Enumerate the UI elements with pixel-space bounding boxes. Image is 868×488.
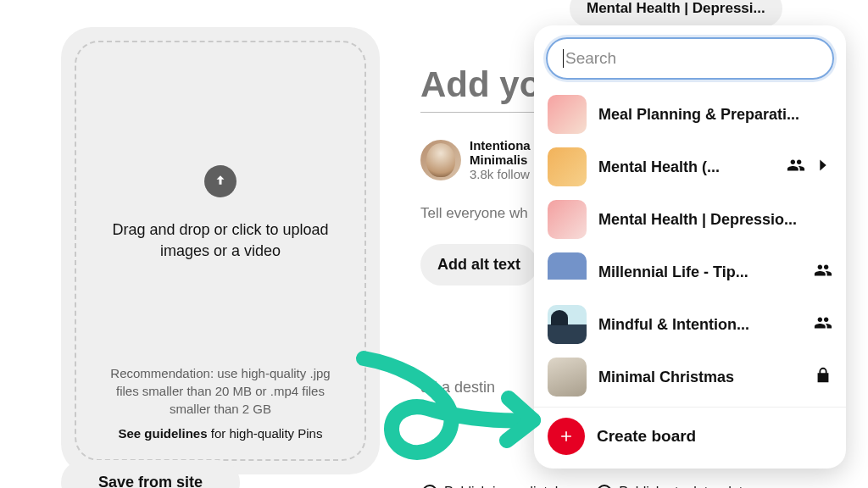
publish-now-label: Publish immediately <box>444 485 565 488</box>
board-item[interactable]: Millennial Life - Tip... <box>541 246 839 298</box>
board-search-input[interactable] <box>565 49 817 68</box>
follower-count: 3.8k follow <box>470 167 531 181</box>
board-label: Mental Health (... <box>598 158 780 176</box>
upload-area[interactable]: Drag and drop or click to upload images … <box>61 27 380 474</box>
profile-name: Intentiona <box>470 138 531 152</box>
upload-prompt-text: Drag and drop or click to upload images … <box>102 219 339 262</box>
radio-checked-icon <box>422 485 437 488</box>
publish-later-label: Publish at a later date <box>619 485 750 488</box>
chevron-right-icon <box>814 156 832 178</box>
publish-immediately-radio[interactable]: Publish immediately <box>422 485 565 488</box>
board-picker-popover: Meal Planning & Preparati... Mental Heal… <box>534 25 846 469</box>
lock-icon <box>814 366 832 388</box>
text-caret <box>563 49 564 68</box>
board-thumbnail <box>548 252 587 291</box>
add-alt-text-button[interactable]: Add alt text <box>420 244 537 286</box>
board-thumbnail <box>548 147 587 186</box>
upload-dropzone[interactable]: Drag and drop or click to upload images … <box>75 41 366 461</box>
group-icon <box>814 313 832 336</box>
board-label: Millennial Life - Tip... <box>598 263 807 281</box>
radio-unchecked-icon <box>597 485 612 488</box>
board-list: Meal Planning & Preparati... Mental Heal… <box>534 86 846 407</box>
group-icon <box>814 261 832 283</box>
board-item[interactable]: Minimal Christmas <box>541 351 839 403</box>
board-label: Mental Health | Depressio... <box>598 211 832 229</box>
create-board-label: Create board <box>597 427 696 446</box>
upload-arrow-icon <box>204 165 236 197</box>
board-item[interactable]: Mindful & Intention... <box>541 298 839 351</box>
board-thumbnail <box>548 95 587 134</box>
upload-recommendation-text: Recommendation: use high-quality .jpg fi… <box>102 364 339 418</box>
publish-later-radio[interactable]: Publish at a later date <box>597 485 750 488</box>
guidelines-link-rest: for high-quality Pins <box>208 426 323 441</box>
board-item[interactable]: Mental Health (... <box>541 141 839 193</box>
board-thumbnail <box>548 358 587 396</box>
board-label: Minimal Christmas <box>598 369 807 386</box>
avatar <box>420 140 461 180</box>
plus-icon <box>548 418 585 455</box>
guidelines-link[interactable]: See guidelines for high-quality Pins <box>102 424 339 442</box>
board-thumbnail <box>548 305 587 344</box>
save-from-site-button[interactable]: Save from site <box>61 460 240 488</box>
board-label: Mindful & Intention... <box>598 316 807 334</box>
publish-radio-group: Publish immediately Publish at a later d… <box>422 485 750 488</box>
board-thumbnail <box>548 200 587 239</box>
profile-sub: Minimalis <box>470 152 531 167</box>
board-item[interactable]: Meal Planning & Preparati... <box>541 88 839 141</box>
guidelines-link-bold: See guidelines <box>119 426 208 441</box>
board-label: Meal Planning & Preparati... <box>598 106 832 124</box>
create-board-button[interactable]: Create board <box>534 407 846 469</box>
upload-recommendation: Recommendation: use high-quality .jpg fi… <box>102 364 339 442</box>
board-selected-pill[interactable]: Mental Health | Depressi... <box>570 0 782 27</box>
board-search-box[interactable] <box>546 37 834 80</box>
board-item[interactable]: Mental Health | Depressio... <box>541 193 839 246</box>
group-icon <box>787 156 805 178</box>
